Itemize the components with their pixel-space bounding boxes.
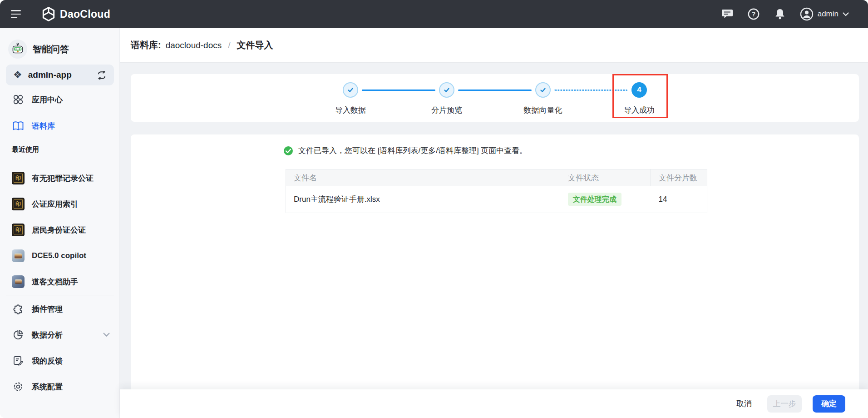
username-label: admin (818, 10, 838, 19)
sidebar-divider (6, 295, 114, 295)
breadcrumb: 语料库: daocloud-docs / 文件导入 (120, 28, 868, 63)
breadcrumb-separator: / (228, 40, 230, 50)
sidebar-item-settings[interactable]: 系统配置 (0, 378, 120, 396)
user-avatar-icon (800, 7, 814, 21)
app-center-icon (12, 94, 25, 105)
file-table: 文件名 文件状态 文件分片数 Drun主流程验证手册.xlsx 文件处理完成 1… (286, 169, 707, 213)
sidebar: 智能问答 ❖ admin-app (0, 28, 120, 418)
cell-chunk-count: 14 (651, 186, 707, 213)
step-check-icon (343, 82, 358, 98)
stepper: 导入数据 分片预览 (343, 82, 647, 98)
app-switcher[interactable]: ❖ admin-app (6, 65, 114, 85)
sidebar-app-header: 智能问答 (0, 39, 120, 59)
status-badge: 文件处理完成 (568, 193, 621, 206)
settings-gear-icon (12, 381, 25, 392)
step-label: 导入成功 (624, 105, 655, 115)
stepper-connector (362, 90, 435, 91)
sidebar-item-app-center[interactable]: 应用中心 (0, 90, 120, 109)
footer-action-bar: 取消 上一步 确定 (120, 389, 868, 418)
robot-icon (8, 40, 27, 59)
step-vectorize: 数据向量化 (535, 82, 551, 98)
sidebar-app-title: 智能问答 (33, 43, 69, 55)
sidebar-item-label: 我的反馈 (32, 356, 63, 366)
main-content: 导入数据 分片预览 (120, 63, 868, 418)
plugin-icon (12, 304, 25, 314)
analytics-pie-icon (12, 329, 25, 340)
sidebar-item-recent[interactable]: 印 公证应用索引 (0, 195, 120, 213)
sidebar-item-plugins[interactable]: 插件管理 (0, 300, 120, 318)
seal-icon: 印 (12, 224, 25, 236)
app-gem-icon: ❖ (13, 70, 22, 80)
sidebar-item-label: 应用中心 (32, 95, 63, 105)
sidebar-item-label: 有无犯罪记录公证 (32, 173, 94, 184)
sidebar-item-label: 语料库 (32, 121, 55, 131)
breadcrumb-label: 语料库: (131, 39, 161, 51)
switch-app-icon[interactable] (97, 71, 107, 80)
stepper-connector-dotted (554, 90, 628, 91)
seal-icon: 印 (12, 198, 25, 210)
dce-copilot-icon (12, 249, 25, 262)
svg-text:?: ? (751, 10, 755, 18)
success-message-row: 文件已导入，您可以在 [语料库列表/更多/语料库整理] 页面中查看。 (283, 145, 527, 156)
table-header-row: 文件名 文件状态 文件分片数 (286, 169, 707, 186)
success-message: 文件已导入，您可以在 [语料库列表/更多/语料库整理] 页面中查看。 (298, 145, 527, 156)
chevron-down-icon[interactable] (103, 333, 110, 337)
step-chunk-preview: 分片预览 (439, 82, 454, 98)
hamburger-menu-icon[interactable] (11, 9, 23, 19)
navbar-actions: ? admin (721, 7, 849, 21)
sidebar-item-label: 居民身份证公证 (32, 225, 86, 235)
current-app-label: admin-app (28, 70, 72, 80)
sidebar-item-analytics[interactable]: 数据分析 (0, 326, 120, 344)
cell-status: 文件处理完成 (560, 186, 651, 213)
step-import-data: 导入数据 (343, 82, 358, 98)
brand-logo[interactable]: DaoCloud (42, 7, 110, 21)
feedback-icon (12, 355, 25, 366)
brand-name: DaoCloud (60, 8, 110, 20)
sidebar-item-label: 数据分析 (32, 330, 63, 340)
sidebar-item-recent[interactable]: 印 居民身份证公证 (0, 221, 120, 239)
sidebar-item-label: 道客文档助手 (32, 277, 78, 287)
seal-icon: 印 (12, 172, 25, 184)
column-header-status: 文件状态 (560, 169, 651, 186)
sidebar-item-label: DCE5.0 copilot (32, 251, 86, 260)
app-window: DaoCloud ? (0, 0, 868, 418)
sidebar-item-feedback[interactable]: 我的反馈 (0, 352, 120, 370)
sidebar-item-label: 公证应用索引 (32, 199, 78, 209)
step-check-icon (439, 82, 454, 98)
docs-assistant-icon (12, 275, 25, 288)
confirm-button[interactable]: 确定 (813, 395, 845, 413)
step-import-success: 4 导入成功 (631, 82, 647, 98)
column-header-chunks: 文件分片数 (651, 169, 707, 186)
step-label: 导入数据 (335, 105, 366, 115)
chevron-down-icon (843, 12, 849, 16)
breadcrumb-current: 文件导入 (237, 39, 273, 51)
sidebar-item-recent[interactable]: DCE5.0 copilot (0, 247, 120, 265)
sidebar-item-recent[interactable]: 印 有无犯罪记录公证 (0, 169, 120, 187)
message-icon[interactable] (721, 8, 734, 20)
step-check-icon (535, 82, 551, 98)
step-label: 分片预览 (431, 105, 462, 115)
top-navbar: DaoCloud ? (0, 0, 868, 28)
result-card: 文件已导入，您可以在 [语料库列表/更多/语料库整理] 页面中查看。 文件名 文… (131, 134, 859, 389)
notification-bell-icon[interactable] (774, 8, 786, 20)
breadcrumb-corpus-link[interactable]: 语料库: daocloud-docs (131, 39, 222, 51)
daocloud-logo-icon (42, 7, 55, 21)
sidebar-item-corpus[interactable]: 语料库 (0, 117, 120, 135)
corpus-book-icon (12, 121, 25, 131)
stepper-connector (458, 90, 532, 91)
user-menu[interactable]: admin (800, 7, 849, 21)
cell-filename: Drun主流程验证手册.xlsx (286, 186, 560, 213)
stepper-card: 导入数据 分片预览 (131, 74, 859, 122)
previous-step-button[interactable]: 上一步 (767, 395, 802, 413)
step-label: 数据向量化 (524, 105, 562, 115)
table-row: Drun主流程验证手册.xlsx 文件处理完成 14 (286, 186, 707, 213)
step-number-circle: 4 (631, 82, 647, 98)
sidebar-item-label: 系统配置 (32, 382, 63, 392)
recent-section-title: 最近使用 (12, 145, 39, 154)
sidebar-item-label: 插件管理 (32, 304, 63, 314)
success-check-icon (283, 146, 293, 156)
help-icon[interactable]: ? (747, 8, 760, 20)
cancel-button[interactable]: 取消 (734, 395, 755, 413)
breadcrumb-corpus-name: daocloud-docs (166, 40, 222, 50)
sidebar-item-recent[interactable]: 道客文档助手 (0, 273, 120, 291)
